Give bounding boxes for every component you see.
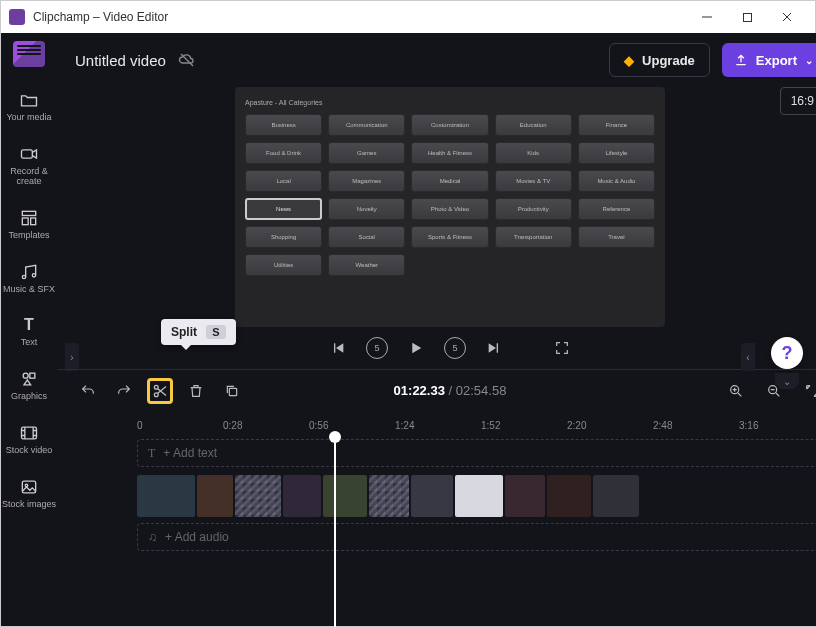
preview-tile: Weather (328, 254, 405, 276)
svg-point-17 (154, 392, 158, 396)
maximize-button[interactable] (727, 1, 767, 33)
clip-thumbnail[interactable] (455, 475, 503, 517)
sidebar-item-record[interactable]: Record & create (1, 137, 57, 193)
svg-point-16 (154, 385, 158, 389)
expand-right-panel[interactable]: ‹ (741, 343, 755, 371)
text-icon: T (18, 314, 40, 336)
preview-tile: Medical (411, 170, 488, 192)
help-button[interactable]: ? (771, 337, 803, 369)
sidebar-left: Your media Record & create Templates Mus… (1, 33, 57, 626)
zoom-in-button[interactable] (723, 378, 749, 404)
total-duration: 02:54.58 (456, 383, 507, 398)
sidebar-item-graphics[interactable]: Graphics (1, 362, 57, 408)
clip-thumbnail[interactable] (323, 475, 367, 517)
cloud-off-icon[interactable] (178, 51, 196, 69)
clip-thumbnail[interactable] (505, 475, 545, 517)
app-icon (9, 9, 25, 25)
undo-button[interactable] (75, 378, 101, 404)
preview-tile: Finance (578, 114, 655, 136)
upgrade-button[interactable]: ◆ Upgrade (609, 43, 710, 77)
preview-tile: Communication (328, 114, 405, 136)
forward-5-button[interactable]: 5 (444, 337, 466, 359)
playhead[interactable] (334, 437, 336, 627)
clip-thumbnail[interactable] (547, 475, 591, 517)
clip-thumbnail[interactable] (593, 475, 639, 517)
export-label: Export (756, 53, 797, 68)
split-tooltip: Split S (161, 319, 236, 345)
sidebar-item-stock-video[interactable]: Stock video (1, 416, 57, 462)
timeline-ruler[interactable]: 00:280:561:241:522:202:483:16 (57, 411, 816, 439)
ruler-tick: 3:16 (739, 420, 816, 431)
preview-tile: Health & Fitness (411, 142, 488, 164)
delete-button[interactable] (183, 378, 209, 404)
text-track-placeholder[interactable]: T + Add text (137, 439, 816, 467)
project-title[interactable]: Untitled video (75, 52, 166, 69)
text-track-icon: T (148, 446, 155, 461)
video-track[interactable] (137, 475, 816, 517)
skip-to-start-button[interactable] (328, 338, 348, 358)
clip-thumbnail[interactable] (197, 475, 233, 517)
aspect-ratio-button[interactable]: 16:9 (780, 87, 816, 115)
svg-rect-7 (31, 218, 36, 225)
fullscreen-button[interactable] (552, 338, 572, 358)
preview-tile: Games (328, 142, 405, 164)
preview-tile: Utilities (245, 254, 322, 276)
clip-thumbnail[interactable] (283, 475, 321, 517)
redo-button[interactable] (111, 378, 137, 404)
question-icon: ? (782, 343, 793, 364)
clipchamp-logo[interactable] (13, 41, 45, 67)
preview-heading: Apasture - All Categories (245, 99, 655, 106)
preview-tile: Social (328, 226, 405, 248)
fit-timeline-button[interactable] (799, 378, 816, 404)
svg-point-8 (22, 275, 25, 278)
clip-thumbnail[interactable] (369, 475, 409, 517)
ruler-tick: 0:28 (223, 420, 309, 431)
export-button[interactable]: Export ⌄ (722, 43, 816, 77)
titlebar: Clipchamp – Video Editor (1, 1, 815, 33)
sidebar-item-templates[interactable]: Templates (1, 201, 57, 247)
preview-tile: Travel (578, 226, 655, 248)
clip-thumbnail[interactable] (137, 475, 195, 517)
clip-thumbnail[interactable] (411, 475, 453, 517)
chevron-down-icon: ⌄ (805, 55, 813, 66)
window-title: Clipchamp – Video Editor (33, 10, 687, 24)
preview-tile: Novelty (328, 198, 405, 220)
play-button[interactable] (406, 338, 426, 358)
preview-tile: Sports & Fitness (411, 226, 488, 248)
sidebar-item-label: Stock video (6, 446, 53, 456)
close-button[interactable] (767, 1, 807, 33)
video-preview[interactable]: Apasture - All Categories BusinessCommun… (235, 87, 665, 327)
audio-track-placeholder[interactable]: ♫ + Add audio (137, 523, 816, 551)
rewind-5-button[interactable]: 5 (366, 337, 388, 359)
sidebar-item-stock-images[interactable]: Stock images (1, 470, 57, 516)
clip-thumbnail[interactable] (235, 475, 281, 517)
preview-tile: Music & Audio (578, 170, 655, 192)
timeline[interactable]: T + Add text ♫ (57, 439, 816, 569)
sidebar-item-label: Your media (6, 113, 51, 123)
sidebar-item-your-media[interactable]: Your media (1, 83, 57, 129)
sidebar-item-music[interactable]: Music & SFX (1, 255, 57, 301)
preview-tile-grid: BusinessCommunicationCustomizationEducat… (245, 114, 655, 276)
image-icon (18, 476, 40, 498)
ruler-tick: 2:48 (653, 420, 739, 431)
split-button[interactable] (147, 378, 173, 404)
sidebar-item-label: Record & create (1, 167, 57, 187)
zoom-out-button[interactable] (761, 378, 787, 404)
ruler-tick: 2:20 (567, 420, 653, 431)
duplicate-button[interactable] (219, 378, 245, 404)
skip-to-end-button[interactable] (484, 338, 504, 358)
svg-point-10 (23, 374, 28, 379)
add-audio-label: + Add audio (165, 530, 229, 544)
current-time: 01:22.33 (394, 383, 445, 398)
preview-tile: Magazines (328, 170, 405, 192)
minimize-button[interactable] (687, 1, 727, 33)
timeline-tools: 01:22.33 / 02:54.58 (57, 369, 816, 411)
ruler-tick: 1:24 (395, 420, 481, 431)
split-tooltip-text: Split (171, 325, 197, 339)
sidebar-item-text[interactable]: T Text (1, 308, 57, 354)
svg-rect-6 (22, 218, 28, 225)
split-tooltip-key: S (206, 325, 225, 339)
preview-tile: Productivity (495, 198, 572, 220)
music-icon (18, 261, 40, 283)
svg-point-9 (32, 273, 35, 276)
